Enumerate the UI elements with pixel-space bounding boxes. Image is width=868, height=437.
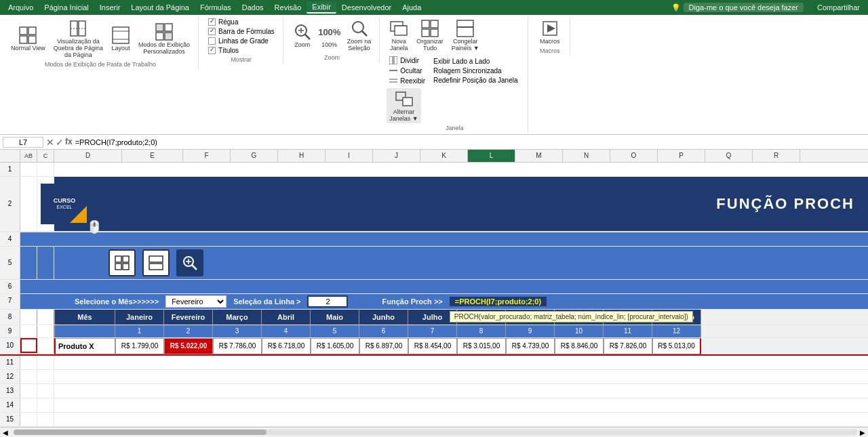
ribbon-btn-pagebreak[interactable]: Visualização daQuebra de Páginada Página (51, 18, 106, 60)
menu-inserir[interactable]: Inserir (94, 2, 126, 13)
share-button[interactable]: Compartilhar (812, 2, 865, 13)
col-l[interactable]: L (468, 150, 515, 162)
col-q[interactable]: Q (705, 150, 753, 162)
col-m[interactable]: M (515, 150, 563, 162)
cell-ab2[interactable] (20, 177, 37, 231)
menu-ajuda[interactable]: Ajuda (397, 2, 427, 13)
val-out[interactable]: R$ 8.846,00 (555, 338, 604, 354)
cell-ab8[interactable] (20, 310, 37, 325)
cell-c13[interactable] (37, 384, 54, 398)
cell-c9[interactable] (37, 325, 54, 337)
product-name[interactable]: Produto X (54, 338, 115, 354)
ribbon-btn-custom-views[interactable]: Modos de ExibiçãoPersonalizados (136, 21, 193, 56)
row-num-2[interactable]: 2 (0, 177, 20, 231)
ribbon-btn-congelar[interactable]: CongelarPainéis ▼ (449, 18, 482, 53)
cell-ab15[interactable] (20, 413, 37, 426)
row-num-11[interactable]: 11 (0, 356, 20, 369)
cancel-formula-icon[interactable]: ✕ (46, 137, 54, 148)
col-r[interactable]: R (753, 150, 800, 162)
row-num-10[interactable]: 10 (0, 338, 20, 354)
ribbon-btn-dividir[interactable]: Dividir (387, 56, 428, 65)
menu-arquivo[interactable]: Arquivo (3, 2, 39, 13)
confirm-formula-icon[interactable]: ✓ (56, 137, 64, 148)
row-num-6[interactable]: 6 (0, 280, 20, 293)
ribbon-btn-organizar[interactable]: OrganizarTudo (414, 18, 446, 53)
cell-c8[interactable] (37, 310, 54, 325)
val-nov[interactable]: R$ 7.826,00 (604, 338, 652, 354)
row-num-12[interactable]: 12 (0, 370, 20, 383)
ribbon-btn-ocultar[interactable]: Ocultar (387, 66, 428, 75)
row-num-14[interactable]: 14 (0, 398, 20, 412)
val-jan[interactable]: R$ 1.799,00 (115, 338, 164, 354)
ribbon-btn-layout[interactable]: Layout (108, 24, 133, 53)
menu-formulas[interactable]: Fórmulas (195, 2, 237, 13)
col-i[interactable]: I (326, 150, 373, 162)
cell-c14[interactable] (37, 398, 54, 412)
val-set[interactable]: R$ 4.739,00 (506, 338, 555, 354)
scroll-left-btn[interactable]: ◀ (3, 429, 8, 436)
col-g[interactable]: G (231, 150, 278, 162)
icon-btn-collapse[interactable] (142, 249, 170, 276)
col-k[interactable]: K (420, 150, 468, 162)
col-e[interactable]: E (122, 150, 183, 162)
cell-c12[interactable] (37, 370, 54, 383)
val-fev[interactable]: R$ 5.022,00 (164, 338, 213, 354)
cell-ab10[interactable] (20, 338, 37, 353)
val-mai[interactable]: R$ 1.605,00 (311, 338, 359, 354)
cell-ab11[interactable] (20, 356, 37, 369)
col-f[interactable]: F (183, 150, 231, 162)
scrollbar-thumb[interactable] (14, 430, 267, 435)
icon-btn-expand[interactable] (108, 249, 136, 276)
ribbon-btn-reexibir[interactable]: Reexibir (387, 76, 428, 85)
val-abr[interactable]: R$ 6.718,00 (262, 338, 311, 354)
row-num-15[interactable]: 15 (0, 413, 20, 426)
menu-dados[interactable]: Dados (237, 2, 269, 13)
search-box[interactable]: Diga-me o que você deseja fazer (684, 3, 804, 12)
month-select[interactable]: Janeiro Fevereiro Março Abril Maio Junho… (165, 295, 226, 308)
col-n[interactable]: N (563, 150, 610, 162)
val-jun[interactable]: R$ 6.897,00 (359, 338, 408, 354)
col-ab[interactable]: AB (20, 150, 37, 162)
cell-ab12[interactable] (20, 370, 37, 383)
menu-exibir[interactable]: Exibir (307, 1, 336, 14)
val-jul[interactable]: R$ 8.454,00 (408, 338, 457, 354)
checkbox-barra[interactable]: Barra de Fórmulas (205, 27, 277, 36)
ribbon-btn-zoom-selection[interactable]: Zoom naSeleção (344, 18, 374, 53)
val-ago[interactable]: R$ 3.015,00 (457, 338, 506, 354)
col-c[interactable]: C (37, 150, 54, 162)
row-num-4[interactable]: 4 (0, 232, 20, 246)
col-p[interactable]: P (658, 150, 705, 162)
cell-c15[interactable] (37, 413, 54, 426)
val-mar[interactable]: R$ 7.786,00 (213, 338, 262, 354)
ribbon-btn-lado-a-lado[interactable]: Exibir Lado a Lado (431, 57, 521, 66)
col-o[interactable]: O (610, 150, 658, 162)
row-num-8[interactable]: 8 (0, 310, 20, 325)
cell-ab1[interactable] (20, 163, 37, 176)
icon-btn-search[interactable] (176, 249, 203, 276)
row-num-7[interactable]: 7 (0, 294, 20, 309)
checkbox-regua[interactable]: Régua (205, 18, 277, 26)
row-num-5[interactable]: 5 (0, 247, 20, 279)
row-num-13[interactable]: 13 (0, 384, 20, 398)
menu-pagina-inicial[interactable]: Página Inicial (39, 2, 94, 13)
ribbon-btn-zoom[interactable]: Zoom (290, 21, 315, 49)
ribbon-btn-redefinir[interactable]: Redefinir Posição da Janela (431, 76, 521, 85)
col-j[interactable]: J (373, 150, 420, 162)
row-num-9[interactable]: 9 (0, 325, 20, 337)
ribbon-btn-macros[interactable]: Macros (537, 18, 563, 46)
line-input[interactable] (307, 295, 348, 308)
menu-layout[interactable]: Layout da Página (125, 2, 195, 13)
ribbon-btn-nova-janela[interactable]: NovaJanela (387, 18, 411, 53)
cell-c11[interactable] (37, 356, 54, 369)
cell-c2[interactable]: CURSO EXCEL 🖱️ (37, 177, 54, 231)
ribbon-btn-rolagem-sinc[interactable]: Rolagem Sincronizada (431, 66, 521, 75)
menu-revisao[interactable]: Revisão (269, 2, 307, 13)
col-h[interactable]: H (278, 150, 326, 162)
scroll-right-btn[interactable]: ▶ (860, 429, 865, 436)
horizontal-scrollbar[interactable] (14, 430, 857, 435)
formula-input[interactable] (75, 138, 865, 146)
val-dez[interactable]: R$ 5.013,00 (652, 338, 701, 354)
ribbon-btn-100[interactable]: 100% 100% (317, 21, 342, 49)
checkbox-linhas[interactable]: Linhas de Grade (205, 37, 277, 45)
insert-function-icon[interactable]: fx (65, 137, 73, 148)
